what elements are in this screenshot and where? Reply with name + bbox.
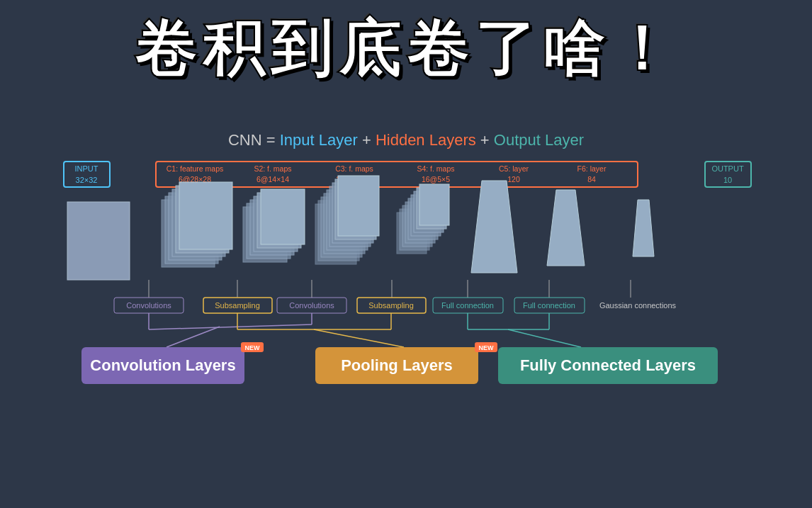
new-badge-pool-text: NEW — [479, 344, 495, 351]
svg-rect-11 — [261, 189, 305, 244]
cnn-equation: CNN = Input Layer + Hidden Layers + Outp… — [228, 131, 584, 149]
op-sub2-text: Subsampling — [368, 301, 414, 310]
f6-size: 84 — [587, 175, 596, 184]
op-sub1-text: Subsampling — [215, 301, 260, 310]
f6-visual — [547, 190, 585, 266]
op-gauss-text: Gaussian connections — [599, 301, 677, 310]
title-area: 卷积到底卷了啥！ — [0, 7, 812, 91]
c5-label: C5: layer — [499, 164, 529, 173]
svg-rect-20 — [338, 176, 379, 236]
input-visual — [67, 202, 130, 280]
cnn-diagram: INPUT 32×32 C1: feature maps 6@28×28 S2:… — [57, 156, 758, 453]
output-label: OUTPUT — [711, 164, 744, 173]
output-size: 10 — [723, 176, 732, 184]
line-cat-fc-down — [508, 329, 581, 347]
plus2: + — [476, 131, 494, 149]
line-cat-pool-down — [314, 329, 404, 347]
c1-label: C1: feature maps — [167, 164, 224, 173]
s2-label: S2: f. maps — [254, 164, 291, 173]
plus1: + — [358, 131, 376, 149]
equation-output: Output Layer — [494, 131, 584, 149]
f6-label: F6: layer — [577, 164, 607, 173]
output-visual — [633, 200, 654, 256]
diagram-svg: INPUT 32×32 C1: feature maps 6@28×28 S2:… — [57, 156, 758, 453]
s4-visual — [397, 184, 449, 254]
op-conv2-text: Convolutions — [289, 301, 334, 310]
line-cat-conv-h — [149, 324, 312, 329]
line-cat-conv-down — [167, 327, 220, 347]
s2-visual — [243, 189, 305, 262]
op-conv1-text: Convolutions — [126, 301, 171, 310]
cat-fc-label: Fully Connected Layers — [520, 356, 696, 374]
c3-visual — [315, 176, 379, 264]
svg-rect-5 — [179, 182, 232, 249]
equation-hidden: Hidden Layers — [376, 131, 476, 149]
input-label: INPUT — [75, 164, 98, 173]
c1-visual — [162, 182, 232, 267]
new-badge-conv-text: NEW — [245, 344, 261, 351]
op-fc1-text: Full connection — [441, 301, 494, 310]
svg-rect-29 — [419, 184, 449, 225]
cnn-prefix: CNN = — [228, 131, 280, 149]
main-title: 卷积到底卷了啥！ — [134, 13, 678, 84]
s2-size: 6@14×14 — [256, 175, 289, 184]
c5-size: 120 — [507, 175, 520, 184]
op-fc2-text: Full connection — [523, 301, 575, 310]
s4-label: S4: f. maps — [417, 164, 454, 173]
cat-pool-label: Pooling Layers — [341, 356, 453, 374]
input-size: 32×32 — [76, 176, 98, 184]
c5-visual — [471, 181, 517, 273]
c3-label: C3: f. maps — [335, 164, 373, 173]
cat-conv-label: Convolution Layers — [90, 356, 235, 374]
s4-size: 16@5×5 — [422, 175, 450, 184]
equation-input: Input Layer — [280, 131, 358, 149]
